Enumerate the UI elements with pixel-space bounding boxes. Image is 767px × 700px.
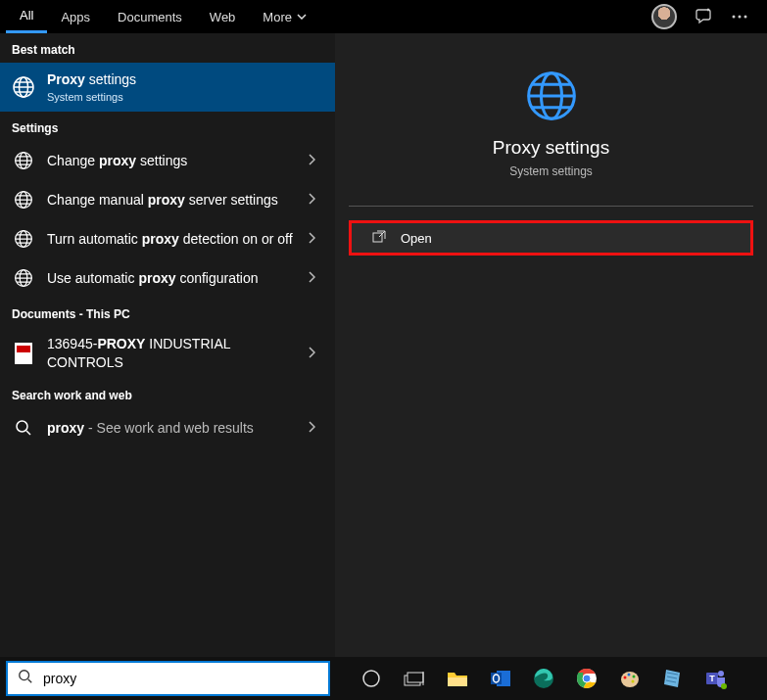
svg-point-13 — [17, 421, 27, 432]
tab-web[interactable]: Web — [196, 0, 250, 33]
preview-panel: Proxy settings System settings Open — [335, 33, 767, 657]
svg-point-30 — [624, 677, 627, 679]
globe-icon — [12, 227, 35, 251]
preview-title: Proxy settings — [335, 137, 767, 159]
search-filter-tabs: All Apps Documents Web More — [0, 0, 767, 33]
tab-apps[interactable]: Apps — [47, 0, 104, 33]
pdf-icon — [12, 342, 35, 365]
globe-icon — [12, 266, 35, 290]
globe-icon — [12, 75, 35, 99]
result-label: Use automatic proxy configuration — [47, 269, 296, 287]
edge-icon[interactable] — [530, 665, 557, 692]
tab-more-label: More — [263, 10, 292, 24]
tab-more[interactable]: More — [249, 0, 320, 33]
open-icon — [371, 229, 387, 248]
teams-icon[interactable]: T — [702, 665, 730, 692]
svg-point-37 — [721, 683, 727, 689]
result-best-match[interactable]: Proxy settings System settings — [0, 63, 335, 112]
search-input[interactable] — [43, 671, 318, 686]
search-icon — [12, 416, 35, 440]
globe-icon — [524, 69, 579, 123]
tab-documents[interactable]: Documents — [104, 0, 196, 33]
result-label: proxy - See work and web results — [47, 419, 296, 437]
taskbar: T — [0, 657, 767, 700]
notepad-icon[interactable] — [659, 665, 687, 692]
results-panel: Best match Proxy settings System setting… — [0, 33, 335, 657]
chevron-right-icon — [308, 269, 323, 287]
result-title: Proxy settings — [47, 70, 323, 88]
result-setting-2[interactable]: Turn automatic proxy detection on or off — [0, 219, 335, 258]
section-workweb: Search work and web — [0, 379, 335, 408]
chevron-right-icon — [308, 230, 323, 248]
result-label: 136945-PROXY INDUSTRIAL CONTROLS — [47, 335, 296, 370]
svg-rect-16 — [373, 233, 382, 242]
file-explorer-icon[interactable] — [444, 665, 471, 692]
globe-icon — [12, 149, 35, 172]
paint-icon[interactable] — [616, 665, 644, 692]
svg-point-2 — [744, 16, 747, 19]
chevron-right-icon — [308, 152, 323, 169]
globe-icon — [12, 188, 35, 211]
section-settings: Settings — [0, 112, 335, 141]
section-best-match: Best match — [0, 33, 335, 63]
svg-point-31 — [628, 674, 631, 677]
svg-point-32 — [633, 676, 636, 678]
chevron-right-icon — [308, 191, 323, 209]
svg-point-18 — [363, 671, 379, 686]
svg-text:T: T — [709, 674, 715, 683]
ellipsis-icon[interactable] — [732, 15, 747, 19]
tab-all[interactable]: All — [6, 0, 47, 33]
result-setting-0[interactable]: Change proxy settings — [0, 141, 335, 180]
feedback-icon[interactable] — [695, 7, 714, 26]
open-label: Open — [401, 231, 432, 246]
result-document-0[interactable]: 136945-PROXY INDUSTRIAL CONTROLS — [0, 327, 335, 378]
chevron-right-icon — [308, 345, 323, 362]
chevron-right-icon — [308, 419, 323, 437]
result-workweb-0[interactable]: proxy - See work and web results — [0, 408, 335, 447]
divider — [349, 206, 753, 207]
svg-point-33 — [632, 680, 635, 683]
task-view-icon[interactable] — [401, 665, 428, 692]
section-documents: Documents - This PC — [0, 298, 335, 327]
result-label: Turn automatic proxy detection on or off — [47, 230, 296, 248]
result-label: Change proxy settings — [47, 152, 296, 169]
result-label: Change manual proxy server settings — [47, 191, 296, 209]
user-avatar[interactable] — [651, 4, 677, 29]
result-subtitle: System settings — [47, 90, 323, 104]
svg-point-17 — [20, 671, 29, 680]
chevron-down-icon — [297, 14, 307, 20]
result-setting-1[interactable]: Change manual proxy server settings — [0, 180, 335, 219]
svg-point-1 — [739, 16, 742, 19]
svg-rect-21 — [448, 677, 467, 686]
result-setting-3[interactable]: Use automatic proxy configuration — [0, 258, 335, 298]
open-action[interactable]: Open — [349, 220, 753, 256]
chrome-icon[interactable] — [573, 665, 600, 692]
cortana-icon[interactable] — [358, 665, 385, 692]
outlook-icon[interactable] — [487, 665, 514, 692]
search-box[interactable] — [6, 661, 330, 696]
svg-point-36 — [718, 671, 724, 677]
search-icon — [18, 669, 33, 688]
preview-subtitle: System settings — [335, 164, 767, 178]
svg-point-0 — [733, 16, 736, 19]
svg-rect-20 — [407, 673, 423, 682]
